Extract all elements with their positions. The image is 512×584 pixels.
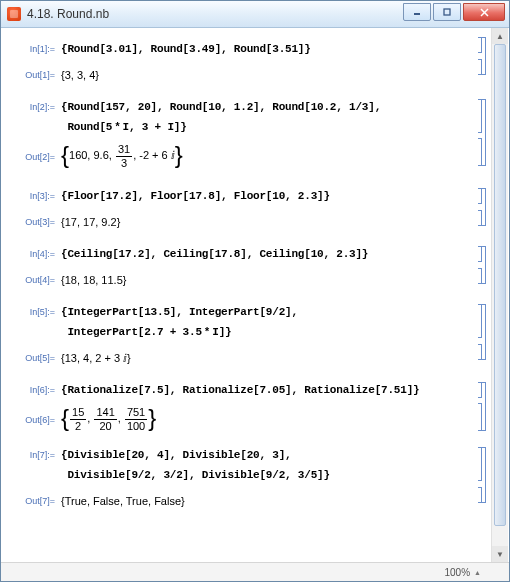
in-code: {Divisible[20, 4], Divisible[20, 3], [61, 449, 291, 461]
input-row-cont[interactable]: Divisible[9/2, 3/2], Divisible[9/2, 3/5]… [7, 466, 488, 484]
zoom-control[interactable]: 100% ▲ [444, 567, 481, 578]
in-code: {Rationalize[7.5], Rationalize[7.05], Ra… [61, 384, 419, 396]
cell-bracket[interactable] [477, 381, 488, 432]
maximize-icon [443, 8, 451, 16]
notebook-body[interactable]: In[1]:= {Round[3.01], Round[3.49], Round… [1, 28, 492, 562]
input-row[interactable]: In[4]:= {Ceiling[17.2], Ceiling[17.8], C… [7, 245, 488, 263]
in-label: In[6]:= [7, 385, 61, 395]
svg-rect-1 [444, 9, 450, 15]
out-suffix: , -2 + 6 ⅈ [133, 149, 175, 161]
out-label: Out[6]= [7, 415, 61, 425]
output-row[interactable]: Out[2]= {160, 9.6, 313, -2 + 6 ⅈ} [7, 144, 488, 169]
out-label: Out[4]= [7, 275, 61, 285]
titlebar[interactable]: 4.18. Round.nb [1, 1, 509, 28]
input-row[interactable]: In[7]:= {Divisible[20, 4], Divisible[20,… [7, 446, 488, 464]
cell-group-3: In[3]:= {Floor[17.2], Floor[17.8], Floor… [7, 187, 488, 231]
output-row[interactable]: Out[1]= {3, 3, 4} [7, 66, 488, 84]
scroll-up-arrow[interactable]: ▲ [492, 28, 508, 44]
fraction: 152 [70, 407, 86, 432]
fraction: 14120 [94, 407, 116, 432]
out-code: {13, 4, 2 + 3 ⅈ} [61, 352, 131, 365]
output-row[interactable]: Out[7]= {True, False, True, False} [7, 492, 488, 510]
out-code: {18, 18, 11.5} [61, 274, 126, 286]
vertical-scrollbar[interactable]: ▲ ▼ [491, 28, 508, 562]
maximize-button[interactable] [433, 3, 461, 21]
out-label: Out[7]= [7, 496, 61, 506]
out-label: Out[1]= [7, 70, 61, 80]
cell-group-4: In[4]:= {Ceiling[17.2], Ceiling[17.8], C… [7, 245, 488, 289]
cell-group-2: In[2]:= {Round[157, 20], Round[10, 1.2],… [7, 98, 488, 169]
in-code: Round[5 * I, 3 + I]} [61, 121, 187, 133]
output-row[interactable]: Out[4]= {18, 18, 11.5} [7, 271, 488, 289]
in-code: {Floor[17.2], Floor[17.8], Floor[10, 2.3… [61, 190, 330, 202]
input-row[interactable]: In[1]:= {Round[3.01], Round[3.49], Round… [7, 40, 488, 58]
cell-bracket[interactable] [477, 187, 488, 231]
in-code: {Round[157, 20], Round[10, 1.2], Round[1… [61, 101, 381, 113]
in-code: {IntegerPart[13.5], IntegerPart[9/2], [61, 306, 298, 318]
cell-group-6: In[6]:= {Rationalize[7.5], Rationalize[7… [7, 381, 488, 432]
in-label: In[4]:= [7, 249, 61, 259]
out-prefix: 160, 9.6, [69, 149, 115, 161]
output-row[interactable]: Out[6]= {152, 14120, 751100} [7, 407, 488, 432]
in-code: IntegerPart[2.7 + 3.5 * I]} [61, 326, 231, 338]
statusbar: 100% ▲ [1, 562, 509, 581]
in-code: Divisible[9/2, 3/2], Divisible[9/2, 3/5]… [61, 469, 330, 481]
input-row-cont[interactable]: IntegerPart[2.7 + 3.5 * I]} [7, 323, 488, 341]
minimize-icon [413, 8, 421, 16]
input-row-cont[interactable]: Round[5 * I, 3 + I]} [7, 118, 488, 136]
content-area: In[1]:= {Round[3.01], Round[3.49], Round… [1, 28, 509, 562]
fraction: 313 [116, 144, 132, 169]
close-button[interactable] [463, 3, 505, 21]
cell-group-1: In[1]:= {Round[3.01], Round[3.49], Round… [7, 34, 488, 84]
window-title: 4.18. Round.nb [27, 7, 109, 21]
window-controls [403, 3, 505, 21]
cell-bracket[interactable] [477, 245, 488, 289]
scroll-thumb[interactable] [494, 44, 506, 526]
input-row[interactable]: In[6]:= {Rationalize[7.5], Rationalize[7… [7, 381, 488, 399]
in-code: {Round[3.01], Round[3.49], Round[3.51]} [61, 43, 311, 55]
output-row[interactable]: Out[3]= {17, 17, 9.2} [7, 213, 488, 231]
cell-bracket[interactable] [477, 446, 488, 510]
output-row[interactable]: Out[5]= {13, 4, 2 + 3 ⅈ} [7, 349, 488, 367]
cell-group-7: In[7]:= {Divisible[20, 4], Divisible[20,… [7, 446, 488, 510]
cell-bracket[interactable] [477, 98, 488, 169]
out-code: {3, 3, 4} [61, 69, 99, 81]
input-row[interactable]: In[5]:= {IntegerPart[13.5], IntegerPart[… [7, 303, 488, 321]
zoom-up-icon[interactable]: ▲ [474, 569, 481, 576]
cell-bracket[interactable] [477, 303, 488, 367]
out-code: {152, 14120, 751100} [61, 407, 156, 432]
in-label: In[3]:= [7, 191, 61, 201]
out-code: {160, 9.6, 313, -2 + 6 ⅈ} [61, 144, 183, 169]
close-icon [480, 8, 489, 17]
notebook-window: 4.18. Round.nb In[1]:= {Round[3.01], Rou… [0, 0, 510, 582]
out-label: Out[5]= [7, 353, 61, 363]
in-label: In[5]:= [7, 307, 61, 317]
input-row[interactable]: In[3]:= {Floor[17.2], Floor[17.8], Floor… [7, 187, 488, 205]
in-label: In[1]:= [7, 44, 61, 54]
input-row[interactable]: In[2]:= {Round[157, 20], Round[10, 1.2],… [7, 98, 488, 116]
minimize-button[interactable] [403, 3, 431, 21]
out-label: Out[3]= [7, 217, 61, 227]
out-code: {17, 17, 9.2} [61, 216, 120, 228]
cell-group-5: In[5]:= {IntegerPart[13.5], IntegerPart[… [7, 303, 488, 367]
in-label: In[2]:= [7, 102, 61, 112]
scroll-down-arrow[interactable]: ▼ [492, 546, 508, 562]
svg-rect-0 [414, 13, 420, 15]
app-icon [7, 7, 21, 21]
out-label: Out[2]= [7, 152, 61, 162]
cell-bracket[interactable] [477, 34, 488, 84]
in-code: {Ceiling[17.2], Ceiling[17.8], Ceiling[1… [61, 248, 368, 260]
fraction: 751100 [125, 407, 147, 432]
zoom-value: 100% [444, 567, 470, 578]
out-code: {True, False, True, False} [61, 495, 185, 507]
in-label: In[7]:= [7, 450, 61, 460]
